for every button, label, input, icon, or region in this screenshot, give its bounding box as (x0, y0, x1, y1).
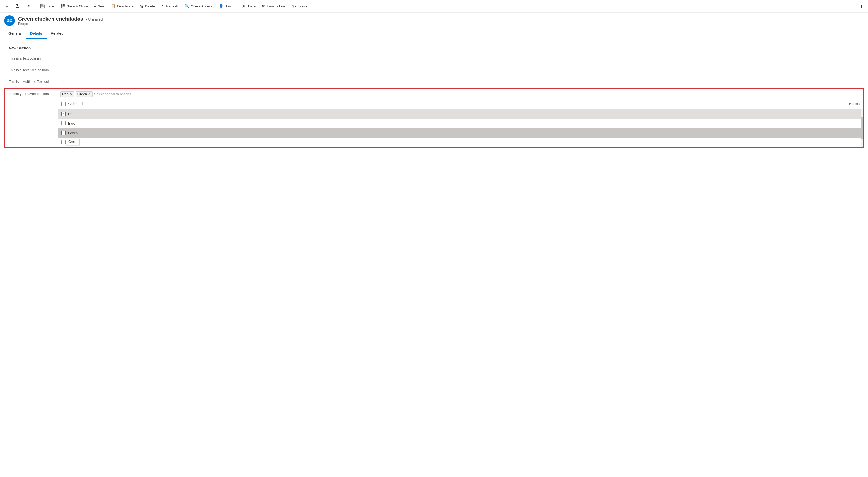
checkbox-green[interactable] (61, 131, 66, 135)
record-unsaved-badge: - Unsaved (86, 17, 103, 22)
chevron-up-icon[interactable]: ⌃ (858, 92, 860, 96)
checkbox-blue[interactable] (61, 121, 66, 125)
flow-icon: ≫ (292, 4, 296, 9)
dropdown-container: Red ✕ Green ✕ Select or search options ⌃ (58, 89, 863, 147)
tab-details[interactable]: Details (26, 29, 46, 39)
new-button[interactable]: + New (91, 3, 107, 9)
field-row-textarea-column: This is a Text Area column --- (4, 65, 864, 77)
option-label-green: Green (68, 131, 78, 135)
record-header: GC Green chicken enchiladas - Unsaved Re… (0, 13, 868, 29)
assign-button[interactable]: 👤 Assign (216, 3, 238, 10)
tag-remove-red[interactable]: ✕ (69, 92, 72, 96)
open-button[interactable]: ↗ (23, 2, 33, 11)
tabs: General Details Related (0, 29, 868, 39)
field-label-multiline-column: This is a Multi-line Text column (9, 79, 62, 84)
tab-related[interactable]: Related (46, 29, 68, 39)
save-close-icon: 💾 (61, 4, 66, 9)
content-area: New Section This is a Text column --- Th… (0, 39, 868, 157)
save-close-button[interactable]: 💾 Save & Close (58, 3, 90, 10)
tag-remove-green[interactable]: ✕ (88, 92, 91, 96)
tags-input[interactable]: Red ✕ Green ✕ Select or search options ⌃ (58, 89, 863, 99)
field-value-text-column: --- (62, 56, 65, 60)
tags-placeholder: Select or search options (94, 92, 131, 96)
option-label-red: Red (68, 112, 74, 116)
option-label-blue: Blue (68, 121, 75, 125)
checkbox-yellow[interactable] (61, 140, 66, 145)
share-button[interactable]: ↗ Share (239, 3, 258, 10)
flow-button[interactable]: ≫ Flow ▾ (289, 3, 310, 10)
avatar: GC (4, 16, 15, 26)
field-label-textarea-column: This is a Text Area column (9, 67, 62, 72)
section-new: New Section This is a Text column --- Th… (4, 43, 864, 148)
assign-icon: 👤 (219, 4, 224, 9)
record-title-row: Green chicken enchiladas - Unsaved (18, 16, 102, 22)
select-all-row: Select all (61, 102, 83, 106)
save-icon: 💾 (40, 4, 45, 9)
check-access-icon: 🔍 (185, 4, 190, 9)
dropdown-item-red[interactable]: Red (58, 109, 863, 119)
record-type: Recipe (18, 22, 102, 26)
scrollbar-thumb[interactable] (861, 117, 863, 140)
field-value-textarea-column: --- (62, 67, 65, 71)
field-row-select-colors: Select your favorite colors Red ✕ Green … (4, 88, 864, 148)
new-icon: + (94, 4, 96, 8)
select-all-label: Select all (68, 102, 83, 106)
flow-chevron-icon: ▾ (306, 4, 308, 8)
save-button[interactable]: 💾 Save (37, 3, 57, 10)
dropdown-item-blue[interactable]: Blue (58, 119, 863, 128)
field-value-multiline-column: --- (62, 79, 65, 83)
deactivate-button[interactable]: 📋 Deactivate (108, 3, 136, 10)
select-all-checkbox[interactable] (61, 102, 66, 106)
more-button[interactable]: ⋮ (857, 3, 866, 9)
tag-red: Red ✕ (60, 91, 74, 97)
check-access-button[interactable]: 🔍 Check Access (182, 3, 215, 10)
refresh-icon: ↻ (161, 4, 165, 9)
toolbar: ← 🖻 ↗ 💾 Save 💾 Save & Close + New 📋 Deac… (0, 0, 868, 13)
delete-icon: 🗑 (140, 4, 144, 8)
share-icon: ↗ (242, 4, 245, 9)
dropdown-header-row: Select all 6 items (58, 99, 863, 109)
email-link-icon: ✉ (262, 4, 266, 9)
dropdown-scrollable: Red Blue Green Green (58, 109, 863, 147)
field-label-text-column: This is a Text column (9, 56, 62, 60)
record-info: Green chicken enchiladas - Unsaved Recip… (18, 16, 102, 26)
checkbox-red[interactable] (61, 112, 66, 116)
dropdown-item-green[interactable]: Green Green (58, 128, 863, 138)
delete-button[interactable]: 🗑 Delete (137, 3, 158, 9)
section-header: New Section (4, 43, 864, 53)
tag-green: Green ✕ (75, 91, 93, 97)
dropdown-item-yellow[interactable]: Yellow (58, 138, 863, 147)
field-label-select-colors: Select your favorite colors (5, 89, 58, 98)
record-title: Green chicken enchiladas (18, 16, 83, 22)
tooltip-green: Green (66, 139, 80, 145)
field-row-text-column: This is a Text column --- (4, 53, 864, 65)
deactivate-icon: 📋 (111, 4, 116, 9)
refresh-button[interactable]: ↻ Refresh (159, 3, 181, 10)
form-icon-button[interactable]: 🖻 (13, 2, 22, 11)
tab-general[interactable]: General (4, 29, 26, 39)
email-link-button[interactable]: ✉ Email a Link (259, 3, 288, 10)
items-count: 6 items (849, 102, 860, 106)
back-button[interactable]: ← (2, 2, 12, 11)
field-row-multiline-column: This is a Multi-line Text column --- (4, 77, 864, 88)
scrollbar-track (861, 109, 863, 147)
dropdown-list: Select all 6 items Red (58, 99, 863, 147)
